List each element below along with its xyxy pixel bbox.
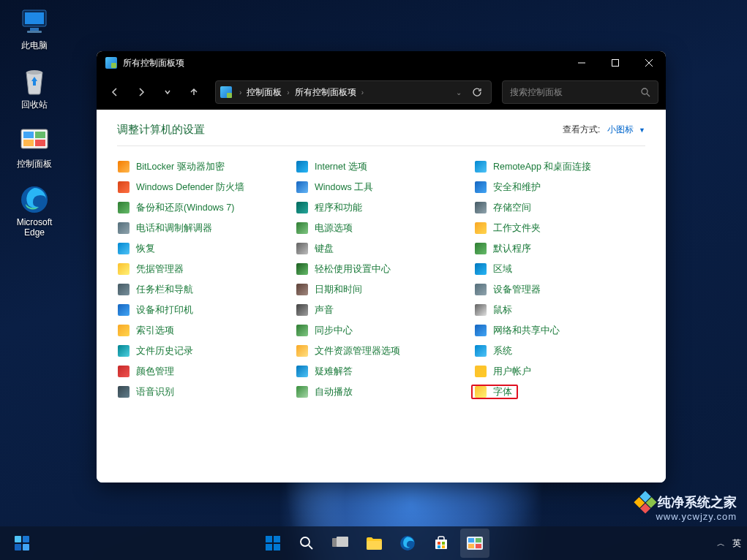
cp-item-label[interactable]: 任务栏和导航 [136,284,193,296]
breadcrumb-seg[interactable]: 所有控制面板项 [293,86,359,99]
ime-indicator[interactable]: 英 [732,537,741,550]
address-dropdown[interactable]: ⌄ [456,88,462,97]
cp-item-label[interactable]: 用户帐户 [493,366,531,378]
cp-item-label[interactable]: 默认程序 [493,243,531,255]
cp-item-label[interactable]: 自动播放 [315,386,353,398]
cp-item-label[interactable]: Internet 选项 [315,161,367,173]
cp-item-label[interactable]: RemoteApp 和桌面连接 [493,161,591,173]
cp-item-label[interactable]: 程序和功能 [315,202,362,214]
desktop-icon-recycle-bin[interactable]: 回收站 [7,67,61,111]
cp-item-troubleshoot[interactable]: 疑难解答 [296,364,467,379]
recent-dropdown[interactable] [157,81,179,103]
task-view-button[interactable] [326,529,355,558]
cp-item-label[interactable]: 设备和打印机 [136,304,193,317]
cp-item-bitlocker[interactable]: BitLocker 驱动器加密 [117,159,288,174]
chevron-right-icon[interactable]: › [236,88,244,97]
cp-item-file-history[interactable]: 文件历史记录 [117,344,288,358]
cp-item-device-manager[interactable]: 设备管理器 [474,282,645,297]
cp-item-label[interactable]: 日期和时间 [315,284,362,296]
cp-item-ease-access[interactable]: 轻松使用设置中心 [296,262,467,276]
cp-item-internet-options[interactable]: Internet 选项 [296,159,467,174]
control-panel-taskbar-button[interactable] [460,529,489,558]
cp-item-label[interactable]: 颜色管理 [136,366,174,378]
cp-item-label[interactable]: 设备管理器 [493,284,541,296]
breadcrumb-seg[interactable]: 控制面板 [244,86,284,99]
cp-item-network-sharing[interactable]: 网络和共享中心 [474,323,645,338]
view-by-value[interactable]: 小图标 [607,124,634,135]
maximize-button[interactable] [598,51,632,75]
cp-item-defender[interactable]: Windows Defender 防火墙 [117,180,288,194]
cp-item-security-maint[interactable]: 安全和维护 [474,180,645,194]
cp-item-label[interactable]: 疑难解答 [315,366,353,378]
cp-item-label[interactable]: 安全和维护 [493,181,541,194]
cp-item-label[interactable]: 轻松使用设置中心 [315,263,391,276]
cp-item-sound[interactable]: 声音 [296,303,467,317]
cp-item-label[interactable]: 鼠标 [493,304,512,317]
desktop-icon-edge[interactable]: Microsoft Edge [7,185,61,238]
cp-item-programs[interactable]: 程序和功能 [296,200,467,215]
cp-item-keyboard[interactable]: 键盘 [296,241,467,256]
cp-item-label[interactable]: 索引选项 [136,325,174,337]
cp-item-phone-modem[interactable]: 电话和调制解调器 [117,221,288,235]
cp-item-label[interactable]: 文件历史记录 [136,345,193,357]
cp-item-default-programs[interactable]: 默认程序 [474,241,645,256]
cp-item-index-options[interactable]: 索引选项 [117,323,288,338]
chevron-right-icon[interactable]: › [284,88,292,97]
cp-item-label[interactable]: 电话和调制解调器 [136,222,212,235]
cp-item-sync-center[interactable]: 同步中心 [296,323,467,338]
cp-item-backup[interactable]: 备份和还原(Windows 7) [117,200,288,215]
cp-item-label[interactable]: 电源选项 [315,222,353,235]
chevron-right-icon[interactable]: › [359,88,367,97]
cp-item-label[interactable]: 文件资源管理器选项 [315,345,400,357]
cp-item-speech[interactable]: 语音识别 [117,385,288,399]
cp-item-label[interactable]: 系统 [493,345,512,357]
cp-item-credential[interactable]: 凭据管理器 [117,262,288,276]
cp-item-label[interactable]: 区域 [493,263,512,276]
cp-item-color-mgmt[interactable]: 颜色管理 [117,364,288,379]
system-tray[interactable]: ︿ 英 [717,537,741,550]
desktop-icon-control-panel[interactable]: 控制面板 [7,126,61,170]
search-button[interactable] [292,529,321,558]
cp-item-label[interactable]: 存储空间 [493,202,531,214]
cp-item-autoplay[interactable]: 自动播放 [296,385,467,399]
minimize-button[interactable] [565,51,598,75]
back-button[interactable] [104,81,126,103]
cp-item-taskbar-nav[interactable]: 任务栏和导航 [117,282,288,297]
cp-item-system[interactable]: 系统 [474,344,645,358]
cp-item-label[interactable]: 声音 [315,304,334,317]
close-button[interactable] [632,51,666,75]
cp-item-power[interactable]: 电源选项 [296,221,467,235]
taskbar[interactable]: ︿ 英 [0,526,747,560]
cp-item-mouse[interactable]: 鼠标 [474,303,645,317]
cp-item-remoteapp[interactable]: RemoteApp 和桌面连接 [474,159,645,174]
cp-item-storage[interactable]: 存储空间 [474,200,645,215]
widgets-button[interactable] [7,529,37,558]
cp-item-recovery[interactable]: 恢复 [117,241,288,256]
cp-item-explorer-options[interactable]: 文件资源管理器选项 [296,344,467,358]
start-button[interactable] [258,529,288,558]
cp-item-work-folders[interactable]: 工作文件夹 [474,221,645,235]
forward-button[interactable] [130,81,152,103]
cp-item-label[interactable]: 备份和还原(Windows 7) [136,202,234,214]
cp-item-label[interactable]: Windows Defender 防火墙 [136,181,244,194]
cp-item-label[interactable]: 同步中心 [315,325,353,337]
cp-item-label[interactable]: 键盘 [315,243,334,255]
caret-down-icon[interactable]: ▼ [639,126,645,134]
cp-item-label[interactable]: 凭据管理器 [136,263,184,276]
cp-item-label[interactable]: 字体 [493,386,512,398]
cp-item-date-time[interactable]: 日期和时间 [296,282,467,297]
desktop-icon-this-pc[interactable]: 此电脑 [7,7,61,52]
file-explorer-button[interactable] [359,529,388,558]
cp-item-label[interactable]: Windows 工具 [315,181,373,194]
address-bar[interactable]: › 控制面板 › 所有控制面板项 › ⌄ [215,80,492,104]
cp-item-region[interactable]: 区域 [474,262,645,276]
cp-item-label[interactable]: 工作文件夹 [493,222,541,235]
tray-overflow-icon[interactable]: ︿ [717,538,725,549]
search-input[interactable] [510,87,641,97]
cp-item-user-accounts[interactable]: 用户帐户 [474,364,645,379]
cp-item-label[interactable]: 网络和共享中心 [493,325,560,337]
cp-item-label[interactable]: 语音识别 [136,386,174,398]
up-button[interactable] [183,81,205,103]
search-icon[interactable] [641,88,650,97]
cp-item-label[interactable]: 恢复 [136,243,155,255]
